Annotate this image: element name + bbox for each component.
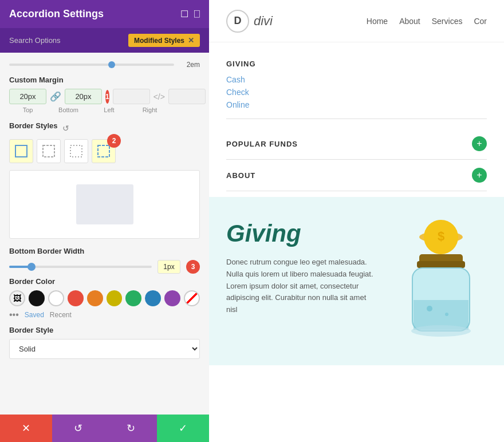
nav-about[interactable]: About	[399, 17, 420, 26]
border-dashed-active[interactable]: 2	[92, 139, 116, 163]
search-options-label: Search Options	[9, 36, 61, 45]
bottom-border-width-label: Bottom Border Width	[9, 247, 200, 255]
link-check[interactable]: Check	[226, 88, 487, 97]
svg-rect-2	[70, 145, 82, 157]
coin-jar-area: $	[395, 220, 487, 342]
svg-point-13	[445, 313, 448, 316]
border-width-value: 1px	[158, 260, 180, 274]
content-area: GIVING Cash Check Online POPULAR FUNDS +…	[209, 42, 504, 191]
swatch-transparent[interactable]	[184, 290, 200, 306]
slider-row: 2em	[9, 61, 200, 69]
undo-button[interactable]: ↺	[52, 415, 104, 442]
border-solid[interactable]	[9, 139, 33, 163]
logo-circle: D	[226, 10, 249, 33]
svg-rect-8	[417, 261, 465, 268]
slider-value: 2em	[180, 61, 200, 69]
more-icon[interactable]: •••	[9, 310, 19, 320]
bottom-border-row: 1px 3	[9, 260, 200, 274]
logo-area: D divi	[226, 10, 273, 33]
saved-recent-row: ••• Saved Recent	[9, 310, 200, 320]
search-bar: Search Options Modified Styles ✕	[0, 28, 209, 53]
popular-funds-expand[interactable]: +	[472, 136, 487, 151]
link-icon: 🔗	[50, 91, 61, 102]
swatch-yellow[interactable]	[107, 290, 123, 306]
nav-home[interactable]: Home	[367, 17, 388, 26]
expand-icon[interactable]: ☐	[180, 9, 188, 19]
eyedropper-swatch[interactable]: 🖼	[9, 290, 25, 306]
slider-track[interactable]	[9, 64, 174, 66]
preview-box	[9, 170, 200, 239]
slash-icon: </>	[153, 92, 165, 101]
border-style-select[interactable]: Solid Dashed Dotted Double	[9, 339, 200, 359]
panel-content: 2em Custom Margin 🔗 1 </> Top Bottom Lef…	[0, 53, 209, 415]
svg-rect-1	[43, 145, 54, 157]
label-top: Top	[9, 106, 46, 113]
border-color-label: Border Color	[9, 277, 200, 286]
svg-rect-3	[98, 145, 109, 157]
columns-icon[interactable]: ⎕	[194, 9, 200, 19]
modified-styles-badge[interactable]: Modified Styles ✕	[128, 34, 200, 47]
blue-slider-thumb	[27, 263, 36, 271]
giving-text-area: Giving Donec rutrum congue leo eget male…	[226, 220, 378, 316]
recent-link[interactable]: Recent	[50, 311, 72, 319]
custom-margin-label: Custom Margin	[9, 76, 200, 84]
panel-header-icons: ☐ ⎕	[180, 9, 200, 19]
margin-right-input[interactable]	[168, 89, 206, 104]
slider-thumb	[108, 61, 115, 68]
margin-top-input[interactable]	[9, 89, 46, 104]
save-button[interactable]: ✓	[157, 415, 209, 442]
border-width-slider[interactable]	[9, 266, 152, 268]
border-styles-label: Border Styles	[9, 121, 58, 130]
panel-title: Accordion Settings	[9, 8, 104, 20]
swatch-red[interactable]	[68, 290, 84, 306]
color-swatches: 🖼	[9, 290, 200, 306]
reset-icon[interactable]: ↺	[62, 124, 69, 133]
redo-button[interactable]: ↻	[105, 415, 157, 442]
preview-inner	[76, 184, 133, 224]
border-styles-header: Border Styles ↺	[9, 121, 200, 135]
label-right: Right	[131, 106, 168, 113]
nav-cor[interactable]: Cor	[474, 17, 487, 26]
modified-styles-text: Modified Styles	[134, 37, 184, 45]
border-dashed[interactable]	[37, 139, 61, 163]
logo-text: divi	[254, 14, 273, 29]
border-options: 2	[9, 139, 200, 163]
margin-labels: Top Bottom Left Right	[9, 106, 200, 113]
navbar: D divi Home About Services Cor	[209, 0, 504, 42]
popular-funds-row[interactable]: POPULAR FUNDS +	[226, 128, 487, 160]
border-style-label: Border Style	[9, 326, 200, 334]
right-panel: D divi Home About Services Cor GIVING Ca…	[209, 0, 504, 442]
border-dotted[interactable]	[64, 139, 88, 163]
swatch-green[interactable]	[125, 290, 141, 306]
swatch-black[interactable]	[29, 290, 45, 306]
about-title: ABOUT	[226, 171, 255, 180]
swatch-purple[interactable]	[164, 290, 180, 306]
popular-funds-title: POPULAR FUNDS	[226, 140, 298, 148]
swatch-white[interactable]	[48, 290, 64, 306]
left-panel: Accordion Settings ☐ ⎕ Search Options Mo…	[0, 0, 209, 442]
about-row[interactable]: ABOUT +	[226, 160, 487, 191]
about-expand[interactable]: +	[472, 168, 487, 183]
swatch-blue[interactable]	[145, 290, 161, 306]
link-cash[interactable]: Cash	[226, 75, 487, 84]
label-left: Left	[90, 106, 128, 113]
label-bottom: Bottom	[50, 106, 87, 113]
nav-services[interactable]: Services	[432, 17, 463, 26]
swatch-orange[interactable]	[87, 290, 103, 306]
cancel-button[interactable]: ✕	[0, 415, 52, 442]
svg-point-14	[411, 325, 471, 337]
panel-header: Accordion Settings ☐ ⎕	[0, 0, 209, 28]
link-online[interactable]: Online	[226, 100, 487, 109]
margin-bottom-input[interactable]	[65, 89, 102, 104]
badge-3: 3	[186, 260, 200, 274]
panel-toolbar: ✕ ↺ ↻ ✓	[0, 415, 209, 442]
coin-jar-svg: $	[395, 220, 487, 340]
svg-text:$: $	[438, 229, 444, 243]
bottom-section: Giving Donec rutrum congue leo eget male…	[209, 197, 504, 365]
close-icon[interactable]: ✕	[188, 36, 194, 45]
giving-heading: Giving	[226, 220, 378, 247]
badge-2: 2	[107, 134, 121, 148]
margin-left-input[interactable]	[113, 89, 150, 104]
saved-link[interactable]: Saved	[25, 311, 44, 319]
giving-section: GIVING Cash Check Online	[226, 60, 487, 109]
